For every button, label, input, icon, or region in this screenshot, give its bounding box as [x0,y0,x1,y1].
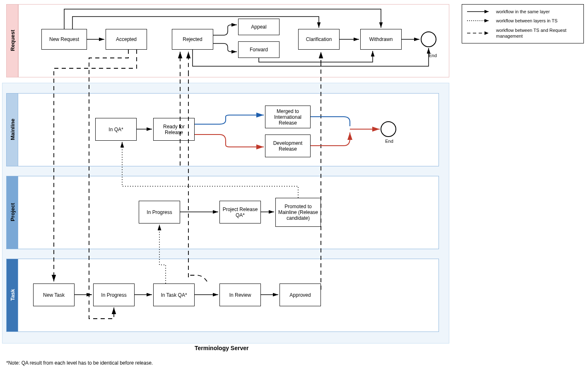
node-new-request: New Request [41,29,87,50]
workflow-diagram: Request Mainline Project Task Terminolog… [0,0,588,370]
legend-arrow-solid [467,9,492,14]
node-clarification: Clarification [298,29,340,50]
end-label-request: End [424,53,441,58]
legend-text-between-ts: workflow between layers in TS [496,18,557,24]
node-dev-release: Development Release [265,135,311,157]
legend-arrow-dotted [467,18,492,23]
node-accepted: Accepted [106,29,147,50]
node-in-task-qa: In Task QA* [153,284,195,306]
legend-text-between-tsreq: workflow between TS and Request manageme… [496,27,578,39]
end-label-mainline: End [381,139,398,144]
node-promoted: Promoted to Mainline (Release candidate) [275,198,321,227]
node-in-qa: In QA* [95,118,137,141]
terminology-server-title: Terminology Server [195,345,248,351]
request-lane-label: Request [10,24,16,57]
legend-arrow-dashed [467,31,492,36]
node-in-review: In Review [219,284,261,306]
project-lane-label: Project [10,196,16,229]
node-rejected: Rejected [172,29,213,50]
node-proj-release-qa: Project Release QA* [219,201,261,223]
mainline-lane-label: Mainline [10,113,16,146]
node-task-in-progress: In Progress [93,284,135,306]
node-approved: Approved [280,284,321,306]
node-new-task: New Task [33,284,75,306]
legend-box: workflow in the same layer workflow betw… [462,4,584,43]
legend-row-same: workflow in the same layer [467,9,578,14]
legend-row-between-ts: workflow between layers in TS [467,18,578,24]
node-forward: Forward [238,41,280,58]
node-merged-intl: Merged to International Release [265,106,311,128]
mainline-lane-body [18,93,439,166]
legend-row-between-tsreq: workflow between TS and Request manageme… [467,27,578,39]
node-ready-release: Ready for Release [153,118,195,141]
legend-text-same: workflow in the same layer [496,9,550,14]
node-appeal: Appeal [238,19,280,35]
node-proj-in-progress: In Progress [139,201,180,223]
footnote: *Note: QA result from each level has to … [6,360,153,366]
node-withdrawn: Withdrawn [360,29,402,50]
task-lane-label: Task [10,279,16,312]
